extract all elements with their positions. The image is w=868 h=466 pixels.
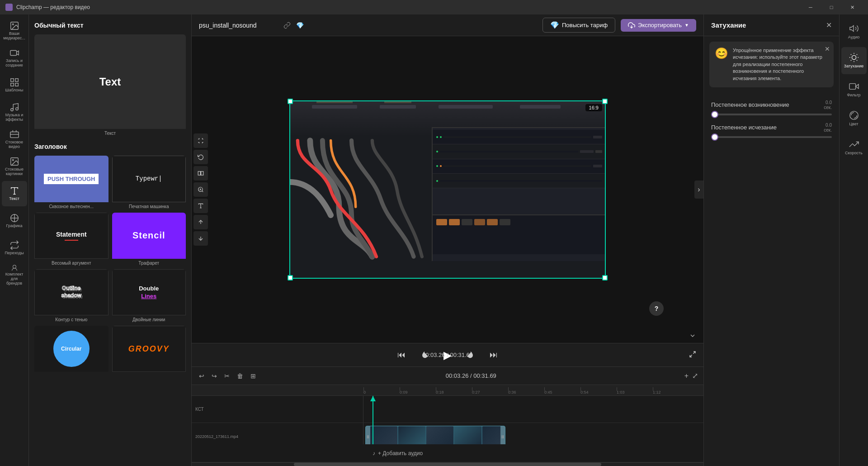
upgrade-button[interactable]: 💎 Повысить тариф [542,18,615,33]
right-sidebar-item-filter[interactable]: Фильтр [841,76,867,103]
text-card-push-through[interactable]: PUSH THROUGH Сквозное вытеснен... [34,156,108,209]
skip-back-button[interactable]: ⏮ [396,348,407,361]
sidebar-item-record[interactable]: Запись и создание [2,45,27,71]
upgrade-diamond-icon: 💎 [550,21,559,29]
titlebar: Clipchamp — редактор видео ─ □ ✕ [0,0,868,14]
link-icon[interactable] [283,22,291,29]
titlebar-title: Clipchamp — редактор видео [16,4,90,10]
crop-tool-btn[interactable] [193,133,208,148]
fade-section: Постепенное возникновение 0.0 сек. Посте… [704,93,839,152]
aspect-ratio-badge: 16:9 [585,104,602,111]
fullscreen-button[interactable] [689,351,696,360]
project-name-input[interactable] [199,22,278,29]
diamond-lock-icon: 💎 [296,22,304,29]
text-track-label: КСТ [195,407,204,412]
sidebar-item-stock-video[interactable]: Стоковое видео [2,127,27,152]
duplicate-button[interactable]: ⊞ [249,371,258,381]
help-button[interactable]: ? [649,301,664,316]
arrow-tool-btn[interactable] [193,215,208,229]
cut-button[interactable]: ✂ [222,371,231,381]
svg-rect-43 [849,84,855,90]
audio-icon [849,24,859,33]
sidebar-item-music[interactable]: Музыка и эффекты [2,100,27,125]
sidebar-item-brand[interactable]: Комплект для брендов [2,262,27,288]
text-card-groovy[interactable]: GROOVY [112,326,186,374]
sidebar-item-stock-images[interactable]: Стоковые картинки [2,154,27,179]
ruler-mark-0: 0 [363,390,400,395]
down-arrow-tool-btn[interactable] [193,231,208,246]
undo-button[interactable]: ↩ [197,371,206,381]
text-tool-btn[interactable] [193,199,208,213]
fade-out-slider-track [711,136,832,138]
svg-line-30 [693,352,695,354]
close-button[interactable]: ✕ [842,0,863,14]
clip-thumb-3 [426,426,453,444]
right-panel-close-button[interactable]: ✕ [826,21,832,29]
text-card-stencil[interactable]: Stencil Трафарет [112,213,186,266]
export-button[interactable]: Экспортировать ▼ [621,19,696,32]
right-sidebar-item-fade[interactable]: Затухание [841,47,867,74]
sidebar-item-graphics[interactable]: Графика [2,208,27,233]
add-audio-button[interactable]: ♪ + Добавить аудио [192,450,430,456]
timeline-scrollbar[interactable] [192,462,703,466]
text-card-typewriter[interactable]: Typewr| Печатная машинка [112,156,186,209]
export-chevron-icon: ▼ [684,23,689,28]
text-card-statement[interactable]: Statement Весомый аргумент [34,213,108,266]
rotate-tool-btn[interactable] [193,150,208,164]
svg-rect-6 [15,83,18,86]
text-card-plain[interactable]: Text Текст [34,34,186,136]
fade-out-value: 0.0 [824,123,832,128]
stencil-caption: Трафарет [112,261,186,266]
svg-rect-20 [198,171,200,175]
timeline-playhead[interactable] [373,396,373,444]
preview-area: 16:9 › ? [192,36,703,343]
clip-handle-right[interactable]: ⏸ [500,426,505,444]
export-label: Экспортировать [638,22,682,29]
svg-line-36 [850,54,851,55]
video-frame [289,100,606,279]
add-audio-label: + Добавить аудио [378,450,423,456]
fade-out-label: Постепенное исчезание [711,124,777,131]
fade-in-value: 0.0 [824,100,832,105]
fade-out-slider-thumb[interactable] [711,133,718,141]
right-sidebar-item-audio[interactable]: Аудио [841,18,867,45]
video-clip[interactable]: ⏸ ⏸ [365,426,505,444]
sidebar-item-templates[interactable]: Шаблоны [2,72,27,98]
outline-shadow-caption: Контур с тенью [34,317,108,322]
sidebar-item-transitions[interactable]: Переходы [2,235,27,261]
panel-collapse-arrow[interactable]: › [694,181,703,199]
minimize-button[interactable]: ─ [800,0,821,14]
clip-handle-left[interactable]: ⏸ [366,426,370,444]
zoom-in-button[interactable]: + [684,372,689,380]
expand-timeline-button[interactable]: ⤢ [692,371,698,380]
sidebar-item-media[interactable]: Ваши медиарес... [2,18,27,43]
text-card-outline-shadow[interactable]: Outlineshadow Контур с тенью [34,269,108,322]
delete-button[interactable]: 🗑 [235,371,245,381]
skip-forward-button[interactable]: ⏭ [488,348,500,361]
timeline-ruler: 0 0:09 0:18 0:27 0:36 0:45 0:54 1:03 1:1… [192,385,703,396]
app-icon [5,4,13,11]
flip-tool-btn[interactable] [193,166,208,181]
maximize-button[interactable]: □ [821,0,842,14]
video-clip-name: 20220512_173611.mp4 [195,434,238,439]
circular-text: Circular [61,346,81,352]
svg-line-23 [202,191,203,192]
playback-controls: ⏮ ▶ ⏭ 00:03.26 / 00:31.69 [192,343,703,366]
zoom-tool-btn[interactable] [193,182,208,197]
video-track-label-area: 20220512_173611.mp4 [192,423,363,444]
right-sidebar-item-speed[interactable]: Скорость [841,134,867,161]
chevron-down-btn[interactable] [689,332,696,341]
fade-tooltip: 😊 Упрощённое применение эффекта исчезани… [709,42,834,87]
svg-point-7 [10,109,13,111]
fade-in-slider-thumb[interactable] [711,111,718,118]
fade-in-row: Постепенное возникновение 0.0 сек. [711,100,832,115]
sidebar-item-text[interactable]: Текст [2,181,27,206]
sidebar-item-media-label: Ваши медиарес... [3,32,25,41]
right-sidebar-item-color[interactable]: Цвет [841,105,867,132]
text-card-double-lines[interactable]: Double Lines Двойные линии [112,269,186,322]
text-card-circular[interactable]: Circular [34,326,108,374]
fade-tooltip-close-button[interactable]: ✕ [825,45,830,52]
redo-button[interactable]: ↪ [210,371,219,381]
heading-text-grid: PUSH THROUGH Сквозное вытеснен... Typewr… [34,156,186,374]
timeline-scrollbar-thumb[interactable] [294,463,601,466]
